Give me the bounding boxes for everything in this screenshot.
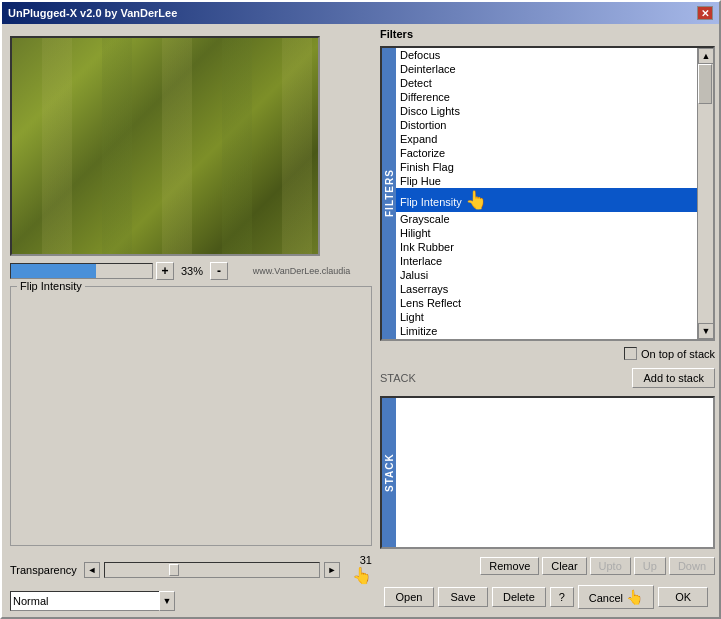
scrollbar-up-arrow[interactable]: ▲: [698, 48, 714, 64]
remove-button[interactable]: Remove: [480, 557, 539, 575]
list-item[interactable]: Finish Flag: [396, 160, 697, 174]
window-title: UnPlugged-X v2.0 by VanDerLee: [8, 7, 177, 19]
transparency-row: Transparency ◄ ► 31 👆: [6, 550, 376, 589]
bottom-buttons: Open Save Delete ? Cancel 👆 OK: [380, 581, 715, 613]
transparency-slider-thumb[interactable]: [169, 564, 179, 576]
list-item[interactable]: Expand: [396, 132, 697, 146]
on-top-row: On top of stack: [380, 345, 715, 362]
open-button[interactable]: Open: [384, 587, 434, 607]
transparency-value: 31 👆: [344, 554, 372, 585]
list-item[interactable]: Light: [396, 310, 697, 324]
zoom-bar: + 33% - www.VanDerLee.claudia: [6, 260, 376, 282]
up-button[interactable]: Up: [634, 557, 666, 575]
preview-stripes: [12, 38, 318, 254]
add-to-stack-button[interactable]: Add to stack: [632, 368, 715, 388]
list-item[interactable]: Flip Hue: [396, 174, 697, 188]
transparency-slider-right[interactable]: ►: [324, 562, 340, 578]
clear-button[interactable]: Clear: [542, 557, 586, 575]
list-item[interactable]: Limitize: [396, 324, 697, 338]
watermark-text: www.VanDerLee.claudia: [231, 266, 372, 276]
filters-scrollbar: ▲ ▼: [697, 48, 713, 339]
list-item[interactable]: Disco Lights: [396, 104, 697, 118]
zoom-track[interactable]: [10, 263, 153, 279]
scrollbar-thumb[interactable]: [698, 64, 712, 104]
mode-select[interactable]: Normal: [10, 591, 160, 611]
list-item[interactable]: Ink Rubber: [396, 240, 697, 254]
down-button[interactable]: Down: [669, 557, 715, 575]
flip-intensity-label: Flip Intensity: [17, 280, 85, 292]
list-item[interactable]: Laserrays: [396, 282, 697, 296]
list-item[interactable]: Factorize: [396, 146, 697, 160]
list-item[interactable]: Interlace: [396, 254, 697, 268]
zoom-minus-button[interactable]: -: [210, 262, 228, 280]
on-top-checkbox-label[interactable]: On top of stack: [624, 347, 715, 360]
stack-area: STACK: [380, 396, 715, 549]
on-top-checkbox[interactable]: [624, 347, 637, 360]
transparency-slider-track[interactable]: [104, 562, 320, 578]
title-bar: UnPlugged-X v2.0 by VanDerLee ✕: [2, 2, 719, 24]
stack-content: [396, 398, 713, 547]
filters-label: Filters: [380, 28, 715, 40]
list-item[interactable]: Lens Reflect: [396, 296, 697, 310]
zoom-value: 33%: [177, 265, 207, 277]
mode-row: Normal ▼: [6, 589, 376, 613]
filters-list: Defocus Deinterlace Detect Difference Di…: [396, 48, 697, 339]
delete-button[interactable]: Delete: [492, 587, 546, 607]
mode-dropdown-arrow[interactable]: ▼: [159, 591, 175, 611]
filters-sidebar-label: FILTERS: [382, 48, 396, 339]
preview-box: [10, 36, 320, 256]
on-top-label: On top of stack: [641, 348, 715, 360]
filters-list-container: FILTERS Defocus Deinterlace Detect Diffe…: [380, 46, 715, 341]
main-area: + 33% - www.VanDerLee.claudia Flip Inten…: [2, 24, 719, 617]
help-button[interactable]: ?: [550, 587, 574, 607]
save-button[interactable]: Save: [438, 587, 488, 607]
flip-intensity-group: Flip Intensity: [10, 286, 372, 546]
stack-row: STACK Add to stack: [380, 366, 715, 390]
scrollbar-track[interactable]: [698, 64, 713, 323]
stack-sidebar-label: STACK: [382, 398, 396, 547]
transparency-label: Transparency: [10, 564, 80, 576]
scrollbar-down-arrow[interactable]: ▼: [698, 323, 714, 339]
list-item[interactable]: Grayscale: [396, 212, 697, 226]
stack-label: STACK: [380, 372, 416, 384]
list-item[interactable]: Deinterlace: [396, 62, 697, 76]
transparency-slider-left[interactable]: ◄: [84, 562, 100, 578]
close-button[interactable]: ✕: [697, 6, 713, 20]
list-item[interactable]: Detect: [396, 76, 697, 90]
list-item[interactable]: Hilight: [396, 226, 697, 240]
upto-button[interactable]: Upto: [590, 557, 631, 575]
list-item[interactable]: Distortion: [396, 118, 697, 132]
list-item-selected[interactable]: Flip Intensity 👆: [396, 188, 697, 212]
mode-wrapper: Normal ▼: [10, 591, 175, 611]
ok-button[interactable]: OK: [658, 587, 708, 607]
list-item[interactable]: Difference: [396, 90, 697, 104]
cancel-button[interactable]: Cancel 👆: [578, 585, 654, 609]
zoom-plus-button[interactable]: +: [156, 262, 174, 280]
list-item[interactable]: Defocus: [396, 48, 697, 62]
list-item[interactable]: Lomo: [396, 338, 697, 339]
right-panel: Filters FILTERS Defocus Deinterlace Dete…: [380, 28, 715, 613]
list-item[interactable]: Jalusi: [396, 268, 697, 282]
left-panel: + 33% - www.VanDerLee.claudia Flip Inten…: [6, 28, 376, 613]
stack-buttons: Remove Clear Upto Up Down: [380, 555, 715, 577]
main-window: UnPlugged-X v2.0 by VanDerLee ✕ + 33% - …: [0, 0, 721, 619]
